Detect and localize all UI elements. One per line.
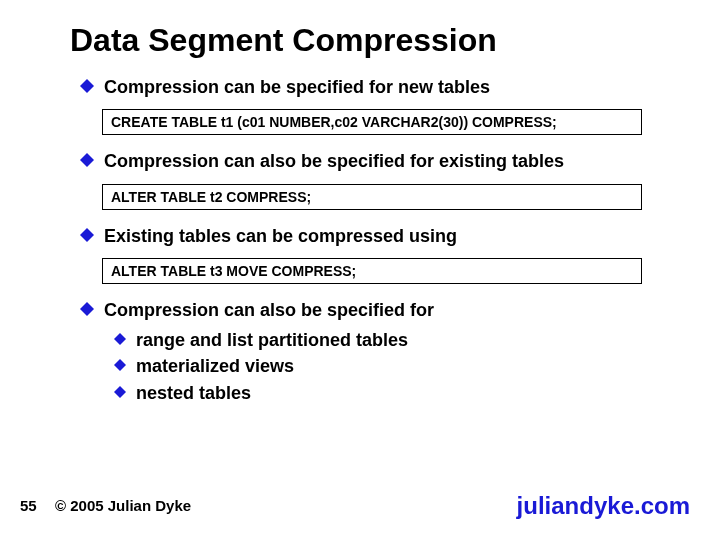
copyright-text: © 2005 Julian Dyke (55, 497, 191, 514)
diamond-bullet-icon (80, 79, 94, 93)
sub-bullet-text: materialized views (136, 354, 294, 378)
slide-title: Data Segment Compression (70, 22, 497, 59)
diamond-bullet-icon (114, 359, 126, 371)
svg-marker-2 (80, 228, 94, 242)
brand-url: juliandyke.com (517, 492, 690, 520)
page-number: 55 (20, 497, 37, 514)
sub-bullet-text: nested tables (136, 381, 251, 405)
svg-marker-6 (114, 386, 126, 398)
diamond-bullet-icon (80, 228, 94, 242)
svg-marker-1 (80, 153, 94, 167)
code-box: ALTER TABLE t2 COMPRESS; (102, 184, 642, 210)
bullet-text: Existing tables can be compressed using (104, 224, 457, 248)
code-box: CREATE TABLE t1 (c01 NUMBER,c02 VARCHAR2… (102, 109, 642, 135)
sub-bullet-item: nested tables (114, 381, 680, 405)
sub-bullet-text: range and list partitioned tables (136, 328, 408, 352)
svg-marker-5 (114, 359, 126, 371)
diamond-bullet-icon (80, 153, 94, 167)
bullet-item: Compression can also be specified for (80, 298, 680, 322)
bullet-text: Compression can also be specified for ex… (104, 149, 564, 173)
bullet-text: Compression can be specified for new tab… (104, 75, 490, 99)
bullet-item: Compression can be specified for new tab… (80, 75, 680, 99)
bullet-item: Existing tables can be compressed using (80, 224, 680, 248)
bullet-text: Compression can also be specified for (104, 298, 434, 322)
sub-bullet-item: materialized views (114, 354, 680, 378)
diamond-bullet-icon (114, 386, 126, 398)
code-box: ALTER TABLE t3 MOVE COMPRESS; (102, 258, 642, 284)
diamond-bullet-icon (80, 302, 94, 316)
svg-marker-4 (114, 333, 126, 345)
sub-bullet-list: range and list partitioned tables materi… (114, 328, 680, 405)
svg-marker-0 (80, 79, 94, 93)
bullet-item: Compression can also be specified for ex… (80, 149, 680, 173)
diamond-bullet-icon (114, 333, 126, 345)
slide-content: Compression can be specified for new tab… (80, 75, 680, 407)
slide: Data Segment Compression Compression can… (0, 0, 720, 540)
svg-marker-3 (80, 302, 94, 316)
sub-bullet-item: range and list partitioned tables (114, 328, 680, 352)
